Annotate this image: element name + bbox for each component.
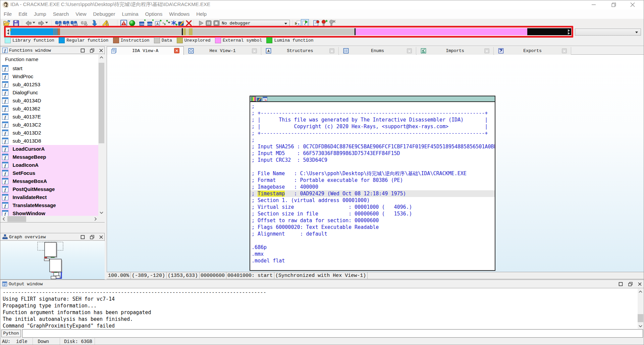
tab-hex-view-1[interactable]: Hex View-1 [184,47,261,55]
tab-exports[interactable]: Exports [494,47,571,55]
asm-line[interactable]: ; Virtual size : 00001000 ( 4096.) [252,204,495,210]
scroll-right-icon[interactable] [92,216,99,222]
asm-line[interactable]: ; +-------------------------------------… [252,130,495,137]
asm-line[interactable]: ; Alignment : default [252,231,495,237]
scroll-up-icon[interactable] [98,54,105,61]
restore-button[interactable] [605,0,621,9]
scroll-down-icon[interactable] [637,323,644,329]
panel-close-button[interactable] [99,48,104,53]
asm-line[interactable]: ; | Copyright (c) 2020 Hex-Rays, <suppor… [252,123,495,130]
menu-item[interactable]: Help [193,9,210,17]
tab-imports[interactable]: Imports [417,47,494,55]
graph-overview-titlebar[interactable]: Graph overview [0,233,104,241]
menu-item[interactable]: View [72,9,90,17]
function-row[interactable]: f WndProc [1,72,98,81]
asm-line[interactable]: .model flat [252,257,495,264]
tab-ida-view-a[interactable]: IDA View-A [107,46,184,55]
navband-zoom-select[interactable] [575,29,641,36]
function-row[interactable]: f MessageBoxA [1,177,98,185]
asm-line[interactable]: ; [252,103,495,110]
function-row[interactable]: f ShowWindow [1,209,98,216]
panel-maximize-button[interactable] [80,235,85,240]
output-vertical-scrollbar[interactable] [638,289,643,329]
function-row[interactable]: f sub_4013D2 [1,129,98,137]
asm-line[interactable]: ; Input CRC32 : 503D64C9 [252,157,495,163]
scroll-left-icon[interactable] [1,216,7,222]
functions-vertical-scrollbar[interactable] [98,54,105,216]
menu-item[interactable]: Search [50,9,72,17]
toolbar-handle[interactable] [193,20,194,26]
tab-enums[interactable]: Enums [339,47,416,55]
menu-item[interactable]: Jump [31,9,50,17]
asm-line[interactable]: ; [252,137,495,143]
close-button[interactable] [625,0,640,9]
toolbar-handle[interactable] [137,20,138,26]
ida-view-a-canvas[interactable]: ;; +------------------------------------… [107,55,644,272]
menu-item[interactable]: Options [142,9,166,17]
node-titlebar[interactable] [250,96,495,102]
function-row[interactable]: f sub_4013D8 [1,137,98,145]
asm-line[interactable]: ; File Name : C:\Users\ppoh\Desktop\待完城\… [252,170,495,177]
tab-close-icon[interactable] [484,48,489,53]
function-row[interactable]: f sub_401253 [1,81,98,89]
function-row[interactable]: f sub_40134D [1,97,98,105]
asm-line[interactable] [252,163,495,170]
create-string-caret[interactable] [168,22,170,23]
asm-line[interactable]: ; +-------------------------------------… [252,110,495,116]
panel-float-button[interactable] [628,282,633,287]
forward-history-caret[interactable] [45,22,48,23]
asm-line[interactable]: ; Input SHA256 : 0C7CDFDB6D4C8876E9C5BAE… [252,143,495,150]
asm-line[interactable]: ; Section 1. (virtual address 00001000) [252,197,495,204]
asm-line[interactable]: ; | This file was generated by The Inter… [252,116,495,123]
scroll-up-icon[interactable] [637,289,644,295]
asm-line[interactable]: ; Input MD5 : 66F573036F8B99863D75743EFF… [252,150,495,157]
disassembly-text[interactable]: ;; +------------------------------------… [250,102,495,270]
scrollbar-thumb[interactable] [638,314,643,322]
node-edit-icon[interactable] [257,97,262,101]
tab-close-icon[interactable] [329,48,334,53]
function-row[interactable]: f sub_4013C2 [1,121,98,129]
disassembly-node[interactable]: ;; +------------------------------------… [250,96,495,271]
function-row[interactable]: f InvalidateRect [1,193,98,201]
panel-maximize-button[interactable] [80,48,85,53]
tab-close-icon[interactable] [174,48,179,53]
panel-close-button[interactable] [99,235,104,240]
function-row[interactable]: f TranslateMessage [1,201,98,209]
tab-close-icon[interactable] [252,48,257,53]
function-row[interactable]: f start [1,64,98,72]
output-log[interactable]: ----------------------------------------… [0,288,644,329]
asm-line[interactable] [252,237,495,244]
menu-item[interactable]: Debugger [90,9,119,17]
scrollbar-thumb[interactable] [99,63,104,143]
function-row[interactable]: f DialogFunc [1,89,98,97]
window-titlebar[interactable]: IDA - CRACKME.EXE C:\Users\ppoh\Desktop\… [0,0,644,9]
function-row[interactable]: f sub_401362 [1,105,98,113]
function-row[interactable]: f MessageBeep [1,153,98,161]
toolbar-handle[interactable] [21,20,22,26]
node-color-palette-icon[interactable] [251,97,256,101]
graph-overview-map[interactable] [1,241,105,279]
node-sync-icon[interactable] [263,97,267,101]
menu-item[interactable]: Lumina [118,9,142,17]
asm-line[interactable]: .686p [252,244,495,251]
menu-item[interactable]: File [0,9,15,17]
toolbar-handle[interactable] [51,20,52,26]
toolbar-handle[interactable] [117,20,118,26]
python-command-input[interactable] [22,329,643,338]
navband-scroll-right-icon[interactable] [567,29,571,35]
panel-float-button[interactable] [90,235,95,240]
functions-column-header[interactable]: Function name [1,54,105,64]
function-row[interactable]: f LoadCursorA [1,145,98,153]
navband-handle[interactable] [2,28,3,35]
toolbar-handle[interactable] [1,20,2,26]
asm-line[interactable]: ; Flags 60000020: Text Executable Readab… [252,224,495,231]
functions-window-titlebar[interactable]: f Functions window [0,47,104,54]
menu-item[interactable]: Edit [15,9,31,17]
asm-line[interactable]: ; Section size in file : 00000600 ( 1536… [252,210,495,217]
scrollbar-thumb[interactable] [7,216,26,222]
panel-close-button[interactable] [637,282,642,287]
toolbar-handle[interactable] [99,20,100,26]
back-history-caret[interactable] [33,22,35,23]
function-row[interactable]: f LoadIconA [1,161,98,169]
toolbar-handle[interactable] [292,20,293,26]
